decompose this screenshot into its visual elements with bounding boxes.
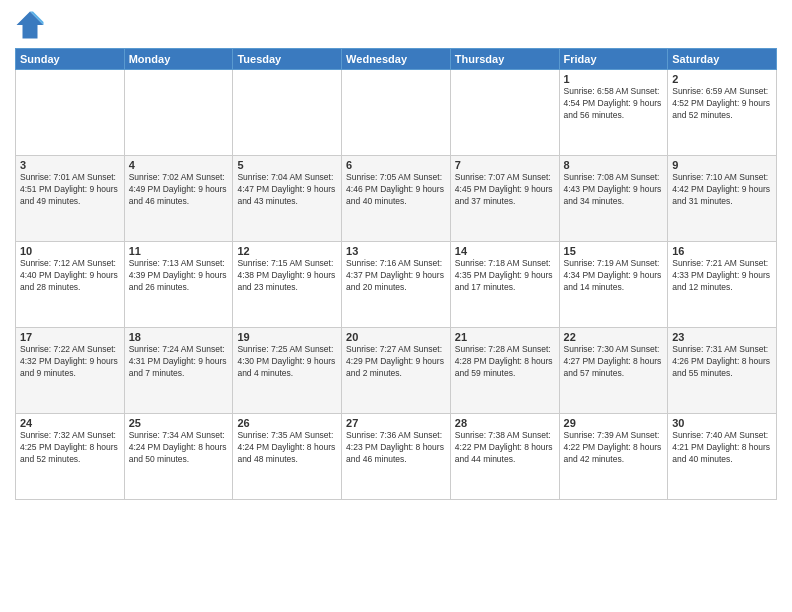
day-number: 19	[237, 331, 337, 343]
calendar-cell: 29Sunrise: 7:39 AM Sunset: 4:22 PM Dayli…	[559, 414, 668, 500]
weekday-header-thursday: Thursday	[450, 49, 559, 70]
day-info: Sunrise: 7:22 AM Sunset: 4:32 PM Dayligh…	[20, 344, 120, 380]
day-info: Sunrise: 7:05 AM Sunset: 4:46 PM Dayligh…	[346, 172, 446, 208]
day-info: Sunrise: 7:28 AM Sunset: 4:28 PM Dayligh…	[455, 344, 555, 380]
day-number: 11	[129, 245, 229, 257]
calendar-cell: 20Sunrise: 7:27 AM Sunset: 4:29 PM Dayli…	[342, 328, 451, 414]
day-number: 30	[672, 417, 772, 429]
calendar-cell: 30Sunrise: 7:40 AM Sunset: 4:21 PM Dayli…	[668, 414, 777, 500]
day-info: Sunrise: 6:58 AM Sunset: 4:54 PM Dayligh…	[564, 86, 664, 122]
day-number: 17	[20, 331, 120, 343]
day-number: 18	[129, 331, 229, 343]
day-info: Sunrise: 7:16 AM Sunset: 4:37 PM Dayligh…	[346, 258, 446, 294]
day-info: Sunrise: 7:24 AM Sunset: 4:31 PM Dayligh…	[129, 344, 229, 380]
calendar-cell	[233, 70, 342, 156]
calendar-cell	[124, 70, 233, 156]
day-info: Sunrise: 7:35 AM Sunset: 4:24 PM Dayligh…	[237, 430, 337, 466]
day-number: 12	[237, 245, 337, 257]
day-number: 2	[672, 73, 772, 85]
day-number: 28	[455, 417, 555, 429]
weekday-header-sunday: Sunday	[16, 49, 125, 70]
day-number: 4	[129, 159, 229, 171]
day-number: 5	[237, 159, 337, 171]
day-info: Sunrise: 7:12 AM Sunset: 4:40 PM Dayligh…	[20, 258, 120, 294]
day-number: 25	[129, 417, 229, 429]
calendar-cell: 2Sunrise: 6:59 AM Sunset: 4:52 PM Daylig…	[668, 70, 777, 156]
day-number: 24	[20, 417, 120, 429]
day-info: Sunrise: 7:02 AM Sunset: 4:49 PM Dayligh…	[129, 172, 229, 208]
day-number: 9	[672, 159, 772, 171]
day-number: 15	[564, 245, 664, 257]
calendar-cell: 17Sunrise: 7:22 AM Sunset: 4:32 PM Dayli…	[16, 328, 125, 414]
day-number: 6	[346, 159, 446, 171]
day-info: Sunrise: 7:04 AM Sunset: 4:47 PM Dayligh…	[237, 172, 337, 208]
calendar-cell: 4Sunrise: 7:02 AM Sunset: 4:49 PM Daylig…	[124, 156, 233, 242]
calendar-cell: 21Sunrise: 7:28 AM Sunset: 4:28 PM Dayli…	[450, 328, 559, 414]
weekday-header-saturday: Saturday	[668, 49, 777, 70]
day-info: Sunrise: 7:07 AM Sunset: 4:45 PM Dayligh…	[455, 172, 555, 208]
day-info: Sunrise: 7:34 AM Sunset: 4:24 PM Dayligh…	[129, 430, 229, 466]
week-row-3: 10Sunrise: 7:12 AM Sunset: 4:40 PM Dayli…	[16, 242, 777, 328]
calendar-cell	[342, 70, 451, 156]
day-number: 1	[564, 73, 664, 85]
calendar-cell: 24Sunrise: 7:32 AM Sunset: 4:25 PM Dayli…	[16, 414, 125, 500]
day-info: Sunrise: 7:10 AM Sunset: 4:42 PM Dayligh…	[672, 172, 772, 208]
day-number: 27	[346, 417, 446, 429]
calendar-body: 1Sunrise: 6:58 AM Sunset: 4:54 PM Daylig…	[16, 70, 777, 500]
day-number: 8	[564, 159, 664, 171]
logo	[15, 10, 49, 40]
day-info: Sunrise: 7:01 AM Sunset: 4:51 PM Dayligh…	[20, 172, 120, 208]
day-number: 23	[672, 331, 772, 343]
calendar-cell	[16, 70, 125, 156]
day-info: Sunrise: 7:36 AM Sunset: 4:23 PM Dayligh…	[346, 430, 446, 466]
calendar-cell: 6Sunrise: 7:05 AM Sunset: 4:46 PM Daylig…	[342, 156, 451, 242]
week-row-5: 24Sunrise: 7:32 AM Sunset: 4:25 PM Dayli…	[16, 414, 777, 500]
page: SundayMondayTuesdayWednesdayThursdayFrid…	[0, 0, 792, 612]
calendar-cell: 25Sunrise: 7:34 AM Sunset: 4:24 PM Dayli…	[124, 414, 233, 500]
day-info: Sunrise: 7:32 AM Sunset: 4:25 PM Dayligh…	[20, 430, 120, 466]
day-number: 29	[564, 417, 664, 429]
day-info: Sunrise: 7:25 AM Sunset: 4:30 PM Dayligh…	[237, 344, 337, 380]
calendar-cell: 18Sunrise: 7:24 AM Sunset: 4:31 PM Dayli…	[124, 328, 233, 414]
calendar-cell: 16Sunrise: 7:21 AM Sunset: 4:33 PM Dayli…	[668, 242, 777, 328]
logo-icon	[15, 10, 45, 40]
calendar-cell: 11Sunrise: 7:13 AM Sunset: 4:39 PM Dayli…	[124, 242, 233, 328]
day-number: 14	[455, 245, 555, 257]
calendar-cell	[450, 70, 559, 156]
calendar-cell: 10Sunrise: 7:12 AM Sunset: 4:40 PM Dayli…	[16, 242, 125, 328]
day-info: Sunrise: 7:40 AM Sunset: 4:21 PM Dayligh…	[672, 430, 772, 466]
day-number: 10	[20, 245, 120, 257]
calendar-cell: 26Sunrise: 7:35 AM Sunset: 4:24 PM Dayli…	[233, 414, 342, 500]
day-info: Sunrise: 7:39 AM Sunset: 4:22 PM Dayligh…	[564, 430, 664, 466]
day-number: 16	[672, 245, 772, 257]
week-row-1: 1Sunrise: 6:58 AM Sunset: 4:54 PM Daylig…	[16, 70, 777, 156]
calendar-cell: 19Sunrise: 7:25 AM Sunset: 4:30 PM Dayli…	[233, 328, 342, 414]
calendar-cell: 22Sunrise: 7:30 AM Sunset: 4:27 PM Dayli…	[559, 328, 668, 414]
day-number: 26	[237, 417, 337, 429]
calendar-cell: 5Sunrise: 7:04 AM Sunset: 4:47 PM Daylig…	[233, 156, 342, 242]
week-row-4: 17Sunrise: 7:22 AM Sunset: 4:32 PM Dayli…	[16, 328, 777, 414]
day-number: 7	[455, 159, 555, 171]
calendar-cell: 9Sunrise: 7:10 AM Sunset: 4:42 PM Daylig…	[668, 156, 777, 242]
calendar-cell: 3Sunrise: 7:01 AM Sunset: 4:51 PM Daylig…	[16, 156, 125, 242]
day-info: Sunrise: 7:38 AM Sunset: 4:22 PM Dayligh…	[455, 430, 555, 466]
day-info: Sunrise: 7:30 AM Sunset: 4:27 PM Dayligh…	[564, 344, 664, 380]
day-info: Sunrise: 7:15 AM Sunset: 4:38 PM Dayligh…	[237, 258, 337, 294]
day-info: Sunrise: 7:19 AM Sunset: 4:34 PM Dayligh…	[564, 258, 664, 294]
day-info: Sunrise: 7:27 AM Sunset: 4:29 PM Dayligh…	[346, 344, 446, 380]
weekday-header-wednesday: Wednesday	[342, 49, 451, 70]
day-number: 21	[455, 331, 555, 343]
week-row-2: 3Sunrise: 7:01 AM Sunset: 4:51 PM Daylig…	[16, 156, 777, 242]
day-number: 3	[20, 159, 120, 171]
day-info: Sunrise: 7:31 AM Sunset: 4:26 PM Dayligh…	[672, 344, 772, 380]
day-info: Sunrise: 7:21 AM Sunset: 4:33 PM Dayligh…	[672, 258, 772, 294]
calendar-cell: 23Sunrise: 7:31 AM Sunset: 4:26 PM Dayli…	[668, 328, 777, 414]
day-info: Sunrise: 7:08 AM Sunset: 4:43 PM Dayligh…	[564, 172, 664, 208]
day-number: 22	[564, 331, 664, 343]
weekday-header-friday: Friday	[559, 49, 668, 70]
calendar-cell: 1Sunrise: 6:58 AM Sunset: 4:54 PM Daylig…	[559, 70, 668, 156]
weekday-header-tuesday: Tuesday	[233, 49, 342, 70]
calendar-cell: 28Sunrise: 7:38 AM Sunset: 4:22 PM Dayli…	[450, 414, 559, 500]
calendar-cell: 7Sunrise: 7:07 AM Sunset: 4:45 PM Daylig…	[450, 156, 559, 242]
svg-marker-0	[17, 12, 44, 39]
